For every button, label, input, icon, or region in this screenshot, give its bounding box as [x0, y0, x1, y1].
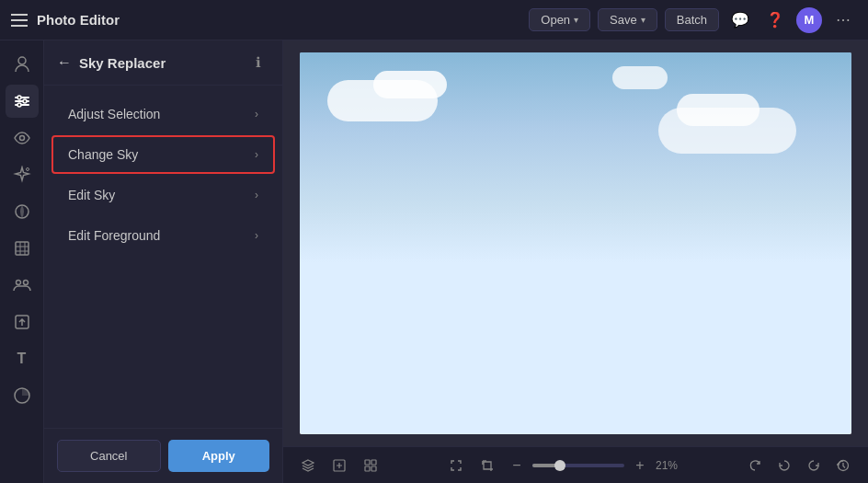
header: Photo Editor Open ▾ Save ▾ Batch 💬 ❓ M ⋯ — [0, 0, 868, 40]
cloud-4 — [677, 94, 760, 126]
chevron-right-icon: › — [255, 148, 258, 161]
history-icon[interactable] — [829, 452, 857, 479]
help-icon[interactable]: ❓ — [761, 6, 789, 34]
main-area: T ← Sky Replacer ℹ Adjust Selection › Ch… — [0, 40, 868, 483]
sidebar-icon-text[interactable]: T — [6, 342, 39, 375]
svg-point-4 — [17, 96, 21, 99]
svg-point-5 — [23, 99, 27, 103]
chevron-right-icon: › — [255, 108, 258, 121]
zoom-controls: − + 21% — [442, 452, 683, 479]
svg-rect-10 — [16, 242, 29, 255]
layers-toolbar-icon[interactable] — [294, 452, 322, 479]
sidebar-icon-sticker[interactable] — [6, 379, 39, 412]
panel-header: ← Sky Replacer ℹ — [44, 40, 282, 86]
hamburger-menu-icon[interactable] — [11, 11, 29, 29]
redo-icon[interactable] — [800, 452, 828, 479]
avatar[interactable]: M — [796, 7, 822, 33]
save-chevron-icon: ▾ — [641, 15, 645, 25]
sky-replacer-panel: ← Sky Replacer ℹ Adjust Selection › Chan… — [44, 40, 283, 483]
menu-item-edit-foreground[interactable]: Edit Foreground › — [51, 216, 275, 255]
bottom-right-icons — [741, 452, 857, 479]
canvas-area: − + 21% — [283, 40, 868, 483]
canvas-content[interactable] — [283, 40, 868, 446]
svg-rect-80 — [365, 466, 370, 471]
svg-rect-81 — [371, 466, 376, 471]
app-title: Photo Editor — [37, 12, 120, 28]
zoom-in-button[interactable]: + — [628, 454, 652, 477]
svg-point-7 — [19, 136, 24, 141]
svg-point-8 — [26, 168, 29, 171]
chevron-right-icon: › — [255, 229, 258, 242]
zoom-slider-thumb — [554, 460, 565, 471]
crop-icon[interactable] — [474, 452, 501, 479]
open-button[interactable]: Open ▾ — [529, 8, 590, 31]
zoom-slider[interactable] — [532, 464, 624, 467]
cloud-2 — [373, 71, 447, 98]
menu-item-change-sky[interactable]: Change Sky › — [51, 135, 275, 174]
batch-button[interactable]: Batch — [665, 8, 719, 31]
cancel-button[interactable]: Cancel — [57, 440, 161, 472]
apply-button[interactable]: Apply — [168, 440, 270, 472]
sidebar-icon-adjustments[interactable] — [6, 85, 39, 118]
canvas-image-wrapper — [300, 52, 851, 434]
svg-point-0 — [18, 57, 26, 64]
sidebar-icon-sparkle[interactable] — [6, 158, 39, 191]
info-button[interactable]: ℹ — [247, 52, 269, 74]
sidebar-icon-effects[interactable] — [6, 195, 39, 228]
fit-screen-icon[interactable] — [442, 452, 470, 479]
canvas-image — [300, 52, 851, 434]
save-button[interactable]: Save ▾ — [598, 8, 657, 31]
svg-point-6 — [17, 103, 21, 107]
svg-point-15 — [16, 281, 20, 285]
chevron-right-icon: › — [255, 189, 258, 201]
sidebar-icon-eye[interactable] — [6, 121, 39, 155]
cloud-5 — [612, 66, 668, 89]
icon-sidebar: T — [0, 40, 44, 483]
open-chevron-icon: ▾ — [574, 15, 578, 25]
svg-point-16 — [23, 281, 28, 285]
back-button[interactable]: ← — [57, 54, 72, 71]
rotate-cw-icon[interactable] — [741, 452, 769, 479]
zoom-out-button[interactable]: − — [505, 454, 529, 477]
sidebar-icon-group[interactable] — [6, 269, 39, 302]
sidebar-icon-export[interactable] — [6, 305, 39, 339]
zoom-percent: 21% — [656, 459, 683, 472]
panel-title: Sky Replacer — [79, 55, 240, 71]
sidebar-icon-layers[interactable] — [6, 232, 39, 265]
grid-toolbar-icon[interactable] — [357, 452, 384, 479]
svg-rect-79 — [371, 460, 376, 465]
undo-icon[interactable] — [771, 452, 798, 479]
sidebar-icon-person[interactable] — [6, 48, 39, 81]
menu-item-adjust-selection[interactable]: Adjust Selection › — [51, 95, 275, 133]
panel-menu: Adjust Selection › Change Sky › Edit Sky… — [44, 86, 282, 428]
chat-icon[interactable]: 💬 — [726, 6, 754, 34]
bottom-toolbar: − + 21% — [283, 446, 868, 483]
svg-rect-78 — [365, 460, 370, 465]
panel-actions: Cancel Apply — [44, 428, 282, 483]
menu-item-edit-sky[interactable]: Edit Sky › — [51, 176, 275, 214]
export-toolbar-icon[interactable] — [326, 452, 353, 479]
more-options-icon[interactable]: ⋯ — [829, 6, 857, 34]
